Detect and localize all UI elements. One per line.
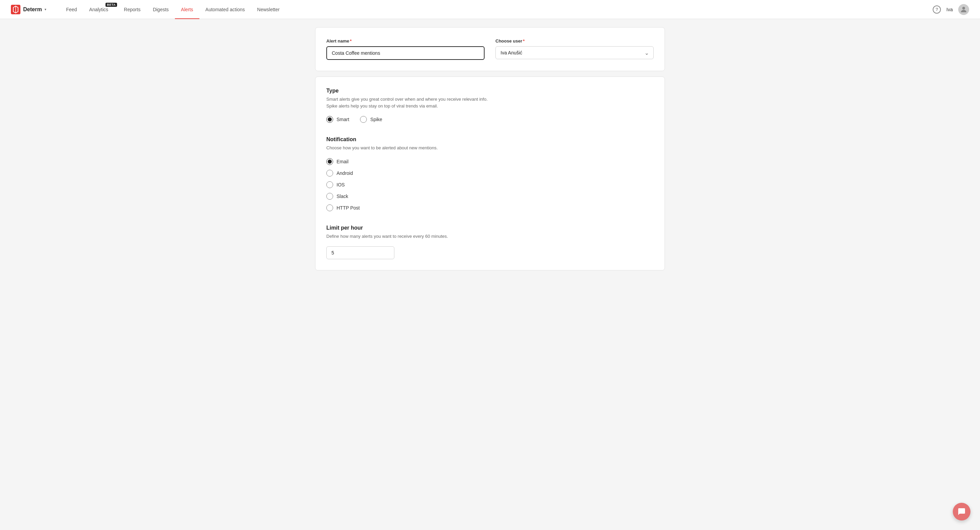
nav-item-newsletter[interactable]: Newsletter — [251, 0, 286, 19]
nav-item-automated-actions[interactable]: Automated actions — [199, 0, 251, 19]
choose-user-group: Choose user* Iva Anušić ⌄ — [495, 38, 654, 59]
type-title: Type — [326, 88, 654, 94]
notification-label-http-post: HTTP Post — [337, 205, 360, 211]
notification-radio-ios[interactable] — [326, 181, 333, 188]
beta-badge: BETA — [105, 3, 117, 7]
alert-name-label: Alert name* — [326, 38, 485, 44]
notification-label-ios: IOS — [337, 182, 345, 187]
type-section: Type Smart alerts give you great control… — [326, 88, 654, 123]
alert-form-row: Alert name* Choose user* Iva Anušić ⌄ — [326, 38, 654, 60]
alert-name-group: Alert name* — [326, 38, 485, 60]
logo[interactable]: Determ ▾ — [11, 5, 46, 14]
notification-radio-http-post[interactable] — [326, 205, 333, 211]
nav-items: Feed Analytics BETA Reports Digests Aler… — [60, 0, 933, 19]
notification-option-http-post[interactable]: HTTP Post — [326, 205, 654, 211]
limit-input[interactable] — [326, 246, 395, 259]
nav-item-digests[interactable]: Digests — [147, 0, 175, 19]
notification-radio-group: Email Android IOS Slack HTTP Post — [326, 158, 654, 211]
logo-caret: ▾ — [45, 8, 46, 11]
choose-user-select-wrapper: Iva Anušić ⌄ — [495, 46, 654, 59]
type-card: Type Smart alerts give you great control… — [315, 76, 665, 270]
type-radio-smart[interactable] — [326, 116, 333, 123]
type-radio-group: Smart Spike — [326, 116, 654, 123]
type-desc: Smart alerts give you great control over… — [326, 96, 654, 109]
navbar: Determ ▾ Feed Analytics BETA Reports Dig… — [0, 0, 980, 19]
type-option-spike[interactable]: Spike — [360, 116, 382, 123]
logo-text: Determ — [23, 6, 42, 13]
notification-section: Notification Choose how you want to be a… — [326, 136, 654, 211]
choose-user-select[interactable]: Iva Anušić — [495, 46, 654, 59]
user-name[interactable]: Iva — [946, 7, 953, 12]
avatar-icon — [959, 5, 968, 14]
notification-option-email[interactable]: Email — [326, 158, 654, 165]
navbar-right: ? Iva — [933, 4, 969, 15]
nav-item-analytics[interactable]: Analytics BETA — [83, 0, 118, 19]
notification-option-android[interactable]: Android — [326, 170, 654, 176]
type-label-smart: Smart — [337, 117, 349, 122]
notification-label-android: Android — [337, 170, 353, 176]
limit-desc: Define how many alerts you want to recei… — [326, 233, 654, 240]
notification-desc: Choose how you want to be alerted about … — [326, 144, 654, 151]
avatar[interactable] — [958, 4, 969, 15]
notification-title: Notification — [326, 136, 654, 143]
notification-option-slack[interactable]: Slack — [326, 193, 654, 200]
notification-label-slack: Slack — [337, 194, 348, 199]
notification-radio-email[interactable] — [326, 158, 333, 165]
limit-title: Limit per hour — [326, 225, 654, 231]
page-content: Alert name* Choose user* Iva Anušić ⌄ Ty… — [310, 19, 670, 284]
type-radio-spike[interactable] — [360, 116, 367, 123]
notification-label-email: Email — [337, 159, 348, 164]
type-label-spike: Spike — [370, 117, 382, 122]
logo-icon — [11, 5, 21, 14]
help-button[interactable]: ? — [933, 5, 941, 14]
notification-radio-slack[interactable] — [326, 193, 333, 200]
nav-item-reports[interactable]: Reports — [118, 0, 147, 19]
alert-name-input[interactable] — [326, 46, 485, 60]
svg-point-2 — [962, 7, 965, 10]
limit-section: Limit per hour Define how many alerts yo… — [326, 225, 654, 260]
nav-item-feed[interactable]: Feed — [60, 0, 83, 19]
notification-radio-android[interactable] — [326, 170, 333, 176]
nav-item-alerts[interactable]: Alerts — [175, 0, 199, 19]
notification-option-ios[interactable]: IOS — [326, 181, 654, 188]
alert-header-card: Alert name* Choose user* Iva Anušić ⌄ — [315, 27, 665, 71]
choose-user-label: Choose user* — [495, 38, 654, 44]
type-option-smart[interactable]: Smart — [326, 116, 349, 123]
